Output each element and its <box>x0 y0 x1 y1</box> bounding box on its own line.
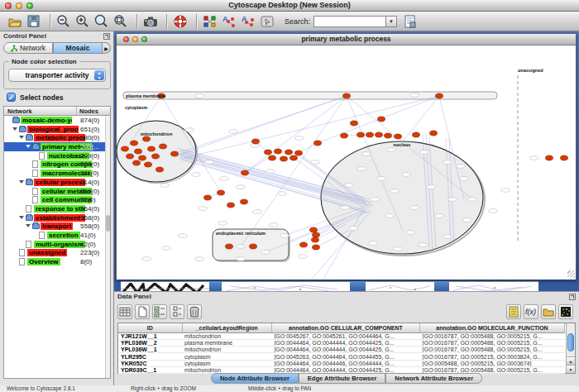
network-node[interactable] <box>160 144 167 149</box>
table-scrollbar[interactable]: ▲ ▼ <box>566 323 575 373</box>
search-dropdown-icon[interactable]: ▼ <box>386 16 397 27</box>
network-node[interactable] <box>143 136 151 141</box>
tab-node-attribute-browser[interactable]: Node Attribute Browser <box>211 373 299 384</box>
tree-row[interactable]: nucleobase-209(0) <box>4 151 110 160</box>
tree-row[interactable]: nitrogen compo209(0) <box>4 160 110 169</box>
network-node-label[interactable] <box>457 165 466 169</box>
network-node-label[interactable] <box>406 231 415 235</box>
tree-row[interactable]: multi-organism pro42(0) <box>4 240 110 249</box>
network-node[interactable] <box>269 155 276 160</box>
network-edge[interactable] <box>183 96 347 151</box>
network-node-label[interactable] <box>229 130 238 134</box>
table-cell[interactable]: cytoplasm <box>182 360 271 366</box>
network-node[interactable] <box>430 131 438 136</box>
network-node[interactable] <box>242 170 249 175</box>
tree-row[interactable]: transport558(0) <box>4 222 110 231</box>
network-node-label[interactable] <box>270 223 279 227</box>
network-node[interactable] <box>218 190 225 195</box>
table-row[interactable]: YLR295Ccytoplasm[GO:0045263, GO:0044464,… <box>118 353 565 360</box>
network-node[interactable] <box>131 141 138 146</box>
network-node-label[interactable] <box>362 152 371 156</box>
network-node[interactable] <box>313 232 320 237</box>
network-node-label[interactable] <box>385 214 395 218</box>
tree-row-label[interactable]: cellular process <box>34 179 85 186</box>
search-options-icon[interactable] <box>402 13 419 30</box>
network-node[interactable] <box>436 93 443 98</box>
network-node-label[interactable] <box>192 173 201 177</box>
table-cell[interactable]: [GO:0045263, GO:0044464, GO:0044455, G..… <box>271 353 419 360</box>
table-scrollbar-thumb[interactable] <box>567 333 574 351</box>
network-node-label[interactable] <box>251 144 260 148</box>
network-node-label[interactable] <box>489 209 498 213</box>
select-nodes-checkbox[interactable]: ✓ <box>7 93 16 102</box>
network-node[interactable] <box>341 133 348 138</box>
network-node[interactable] <box>312 237 319 242</box>
network-node[interactable] <box>290 155 298 160</box>
scroll-up-icon[interactable]: ▲ <box>567 356 575 365</box>
network-node-label[interactable] <box>443 160 452 165</box>
network-node[interactable] <box>252 139 260 144</box>
tree-row[interactable]: metabolic process280(0) <box>4 133 110 142</box>
expander-icon[interactable] <box>26 224 31 227</box>
network-node-label[interactable] <box>162 246 171 251</box>
scroll-down-icon[interactable]: ▼ <box>567 365 575 373</box>
table-cell[interactable]: mitochondrion <box>182 347 271 353</box>
network-node-label[interactable] <box>295 136 304 141</box>
tree-row-label[interactable]: unassigned <box>27 249 67 256</box>
network-node-label[interactable] <box>195 94 204 98</box>
network-node-label[interactable] <box>253 210 262 214</box>
tree-row-label[interactable]: metabolic process <box>34 134 85 141</box>
table-cell[interactable]: plasma membrane <box>182 339 271 346</box>
network-node-label[interactable] <box>387 148 396 152</box>
table-cell[interactable]: [GO:0044464, GO:0044446, GO:0044444, G..… <box>271 360 419 366</box>
network-node-label[interactable] <box>420 151 429 155</box>
tree-column-network[interactable]: Network <box>4 107 77 115</box>
network-node-label[interactable] <box>261 251 270 255</box>
network-node[interactable] <box>156 167 164 172</box>
attribute-list-icon[interactable] <box>506 304 521 319</box>
network-edge[interactable] <box>179 96 347 155</box>
network-node[interactable] <box>275 149 282 154</box>
table-cell[interactable]: [GO:0016787, GO:0005488, GO:0005215, G..… <box>420 339 565 346</box>
network-filter-icon[interactable]: A <box>240 13 256 30</box>
node-color-dropdown[interactable]: transporter activity ▲▼ <box>8 69 106 82</box>
network-node[interactable] <box>285 150 293 155</box>
delete-attribute-icon[interactable] <box>187 304 202 319</box>
network-node[interactable] <box>241 199 248 204</box>
network-node-label[interactable] <box>237 245 246 249</box>
tree-row[interactable]: cellular metabo209(0) <box>4 187 110 196</box>
network-node[interactable] <box>310 227 318 232</box>
network-node[interactable] <box>135 149 142 154</box>
network-node-label[interactable] <box>142 257 151 261</box>
expander-icon[interactable] <box>12 127 17 131</box>
network-node-label[interactable] <box>460 177 469 181</box>
network-svg[interactable]: plasma membranecytoplasmmitochondrionnuc… <box>117 45 576 280</box>
network-node-label[interactable] <box>237 185 246 189</box>
table-cell[interactable]: [GO:0005488, GO:0005215, GO:0003674] <box>420 360 565 366</box>
network-node[interactable] <box>357 132 365 137</box>
expander-icon[interactable] <box>19 180 24 184</box>
network-node[interactable] <box>204 195 212 200</box>
attribute-matrix-icon[interactable] <box>558 304 573 319</box>
network-node-label[interactable] <box>427 185 436 189</box>
network-node[interactable] <box>265 150 272 155</box>
network-node-label[interactable] <box>266 170 275 174</box>
unselect-attributes-icon[interactable] <box>170 304 184 319</box>
network-node[interactable] <box>171 151 179 156</box>
table-cell[interactable]: [GO:0044464, GO:0044444, GO:0044425, G..… <box>271 347 419 353</box>
tab-edge-attribute-browser[interactable]: Edge Attribute Browser <box>299 373 385 384</box>
network-node[interactable] <box>300 242 308 247</box>
network-node[interactable] <box>351 121 358 126</box>
network-node-label[interactable] <box>443 235 452 239</box>
network-edge[interactable] <box>245 96 347 173</box>
network-node-label[interactable] <box>435 214 444 218</box>
table-cell[interactable]: [GO:0016787, GO:0005488, GO:0005215, G..… <box>420 347 565 353</box>
tree-row[interactable]: mosaic-demo-yeast874(0) <box>4 116 110 125</box>
network-node[interactable] <box>122 146 129 151</box>
network-node[interactable] <box>139 155 146 160</box>
network-node-label[interactable] <box>205 160 214 165</box>
tree-row-label[interactable]: establishment of lo <box>34 214 85 222</box>
network-node[interactable] <box>395 134 402 139</box>
network-node-label[interactable] <box>195 257 204 261</box>
network-node-label[interactable] <box>463 218 472 222</box>
